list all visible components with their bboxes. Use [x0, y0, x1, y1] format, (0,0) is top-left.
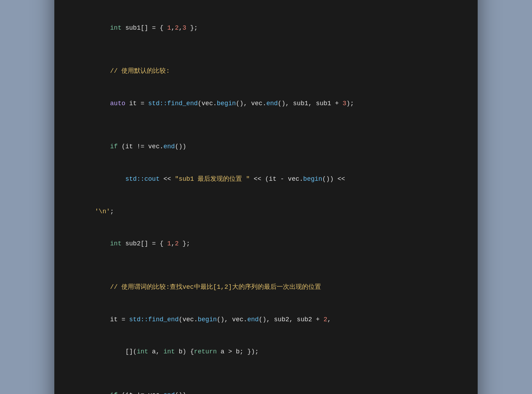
code-line [72, 120, 460, 131]
code-line [72, 368, 460, 379]
code-line [72, 44, 460, 55]
code-line: // 使用默认的比较: [72, 55, 460, 87]
code-line: [](int a, int b) {return a > b; }); [72, 336, 460, 368]
code-line: vector<int> vec = { 1,2,3,4,5,1,2,3,4,5 … [72, 0, 460, 12]
code-line: if (it != vec.end()) [72, 379, 460, 394]
code-line: it = std::find_end(vec.begin(), vec.end(… [72, 303, 460, 336]
code-line: // 使用谓词的比较:查找vec中最比[1,2]大的序列的最后一次出现的位置 [72, 271, 460, 303]
code-window: void test() { vector<int> vec = { 1,2,3,… [54, 0, 478, 394]
code-editor: void test() { vector<int> vec = { 1,2,3,… [54, 0, 478, 394]
code-line: auto it = std::find_end(vec.begin(), vec… [72, 87, 460, 120]
code-line: std::cout << "sub1 最后发现的位置 " << (it - ve… [72, 163, 460, 195]
code-line [72, 260, 460, 271]
code-line: int sub1[] = { 1,2,3 }; [72, 12, 460, 44]
code-line: int sub2[] = { 1,2 }; [72, 228, 460, 260]
code-line: if (it != vec.end()) [72, 130, 460, 163]
code-line: '\n'; [72, 195, 460, 228]
